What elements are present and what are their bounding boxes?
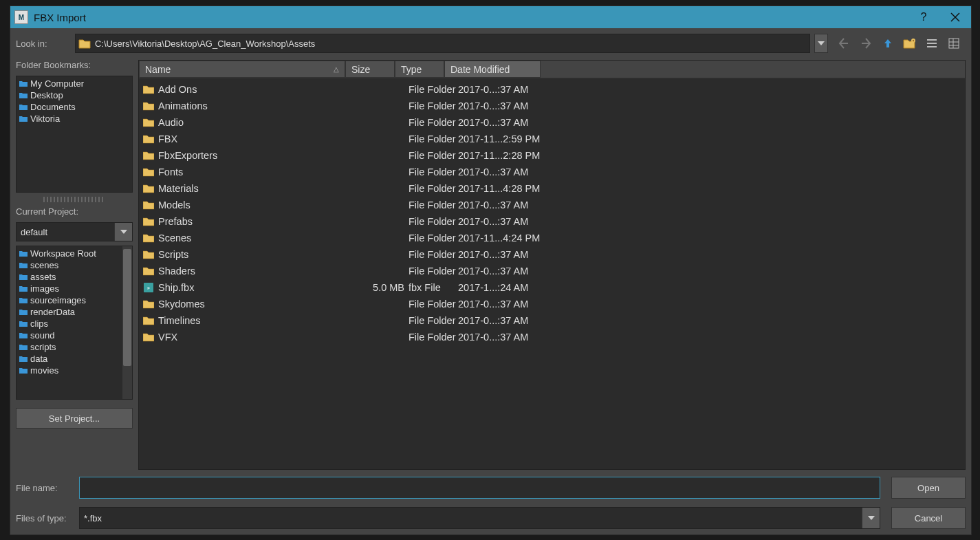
file-row[interactable]: FShip.fbx5.0 MBfbx File2017-1...:24 AM [139, 279, 965, 296]
cancel-button[interactable]: Cancel [891, 507, 966, 529]
file-date: 2017-0...:37 AM [458, 299, 965, 310]
file-date: 2017-0...:37 AM [458, 117, 965, 128]
filename-input[interactable] [79, 477, 880, 499]
file-type: File Folder [409, 150, 458, 161]
svg-text:✦: ✦ [912, 39, 915, 43]
fbx-file-icon: F [143, 283, 154, 292]
lookin-dropdown-button[interactable] [814, 34, 828, 53]
folder-icon [143, 101, 154, 111]
workspace-label: images [30, 283, 59, 294]
file-row[interactable]: SkydomesFile Folder2017-0...:37 AM [139, 296, 965, 312]
file-name: Animations [158, 100, 359, 111]
forward-icon[interactable] [858, 36, 873, 51]
file-row[interactable]: FbxExportersFile Folder2017-11...2:28 PM [139, 147, 965, 164]
file-row[interactable]: ShadersFile Folder2017-0...:37 AM [139, 263, 965, 279]
folder-icon [143, 299, 154, 309]
workspace-item[interactable]: Workspace Root [18, 248, 131, 259]
filetype-select[interactable]: *.fbx [79, 507, 880, 529]
bookmarks-listbox[interactable]: My ComputerDesktopDocumentsViktoria [16, 76, 133, 193]
detail-view-icon[interactable] [946, 36, 961, 51]
file-row[interactable]: ScenesFile Folder2017-11...4:24 PM [139, 230, 965, 246]
file-type: File Folder [409, 216, 458, 227]
file-date: 2017-0...:37 AM [458, 332, 965, 343]
bookmark-item[interactable]: Viktoria [18, 113, 131, 125]
close-button[interactable] [939, 6, 971, 28]
file-date: 2017-0...:37 AM [458, 166, 965, 177]
file-type: File Folder [409, 233, 458, 244]
dialog-title: FBX Import [34, 12, 86, 23]
bookmark-item[interactable]: Desktop [18, 89, 131, 101]
file-size: 5.0 MB [359, 282, 409, 293]
bookmark-item[interactable]: My Computer [18, 78, 131, 89]
bookmarks-label: Folder Bookmarks: [16, 60, 133, 70]
folder-mini-icon [19, 104, 28, 111]
file-type: File Folder [409, 183, 458, 194]
file-row[interactable]: TimelinesFile Folder2017-0...:37 AM [139, 312, 965, 329]
folder-icon [143, 85, 154, 94]
file-row[interactable]: MaterialsFile Folder2017-11...4:28 PM [139, 180, 965, 197]
workspace-item[interactable]: scenes [18, 259, 131, 271]
file-row[interactable]: FBXFile Folder2017-11...2:59 PM [139, 131, 965, 147]
file-row[interactable]: ScriptsFile Folder2017-0...:37 AM [139, 246, 965, 263]
column-size[interactable]: Size [345, 61, 395, 78]
workspace-item[interactable]: sound [18, 330, 131, 341]
workspace-scrollbar[interactable] [122, 246, 132, 399]
folder-mini-icon [19, 285, 28, 292]
file-type: File Folder [409, 332, 458, 343]
column-name[interactable]: Name△ [139, 61, 345, 78]
file-name: Scripts [158, 249, 359, 260]
file-type: File Folder [409, 315, 458, 326]
lookin-path-input[interactable]: C:\Users\Viktoria\Desktop\AG_Clean_Works… [75, 34, 810, 53]
file-type: File Folder [409, 84, 458, 95]
list-view-icon[interactable] [924, 36, 939, 51]
folder-mini-icon [19, 262, 28, 269]
workspace-item[interactable]: assets [18, 271, 131, 283]
column-type[interactable]: Type [395, 61, 444, 78]
project-select[interactable]: default [16, 222, 133, 241]
file-rows[interactable]: Add OnsFile Folder2017-0...:37 AMAnimati… [139, 78, 965, 469]
set-project-button[interactable]: Set Project... [16, 408, 133, 429]
file-row[interactable]: AnimationsFile Folder2017-0...:37 AM [139, 98, 965, 114]
fbx-import-dialog: M FBX Import ? Look in: C:\Users\Viktori… [10, 6, 972, 535]
help-button[interactable]: ? [908, 6, 939, 28]
workspace-item[interactable]: sourceimages [18, 294, 131, 306]
file-type: File Folder [409, 299, 458, 310]
file-type: File Folder [409, 133, 458, 144]
folder-icon [143, 134, 154, 144]
splitter-handle[interactable] [43, 197, 105, 202]
project-select-value: default [17, 227, 114, 237]
file-row[interactable]: Add OnsFile Folder2017-0...:37 AM [139, 81, 965, 98]
folder-icon [143, 233, 154, 243]
file-name: FBX [158, 133, 359, 144]
workspace-item[interactable]: clips [18, 318, 131, 330]
file-type: File Folder [409, 100, 458, 111]
file-date: 2017-0...:37 AM [458, 249, 965, 260]
back-icon[interactable] [836, 36, 851, 51]
file-row[interactable]: ModelsFile Folder2017-0...:37 AM [139, 197, 965, 213]
workspace-item[interactable]: scripts [18, 341, 131, 353]
filetype-label: Files of type: [16, 513, 75, 523]
workspace-label: Workspace Root [30, 248, 96, 259]
file-type: File Folder [409, 117, 458, 128]
file-row[interactable]: PrefabsFile Folder2017-0...:37 AM [139, 213, 965, 230]
file-name: Timelines [158, 315, 359, 326]
file-row[interactable]: AudioFile Folder2017-0...:37 AM [139, 114, 965, 131]
open-button[interactable]: Open [891, 477, 966, 499]
workspace-item[interactable]: movies [18, 365, 131, 376]
file-list-pane: Name△ Size Type Date Modified Add OnsFil… [138, 60, 966, 470]
new-folder-icon[interactable]: ✦ [902, 36, 917, 51]
file-name: Shaders [158, 266, 359, 277]
bookmark-item[interactable]: Documents [18, 101, 131, 113]
file-date: 2017-0...:37 AM [458, 84, 965, 95]
file-row[interactable]: VFXFile Folder2017-0...:37 AM [139, 329, 965, 345]
file-row[interactable]: FontsFile Folder2017-0...:37 AM [139, 164, 965, 180]
column-date[interactable]: Date Modified [444, 61, 541, 78]
up-folder-icon[interactable] [880, 36, 895, 51]
file-type: File Folder [409, 249, 458, 260]
file-date: 2017-0...:37 AM [458, 100, 965, 111]
workspace-item[interactable]: images [18, 283, 131, 294]
workspace-item[interactable]: data [18, 353, 131, 365]
workspace-item[interactable]: renderData [18, 306, 131, 318]
workspace-listbox[interactable]: Workspace Rootscenesassetsimagessourceim… [16, 246, 133, 400]
file-name: VFX [158, 332, 359, 343]
